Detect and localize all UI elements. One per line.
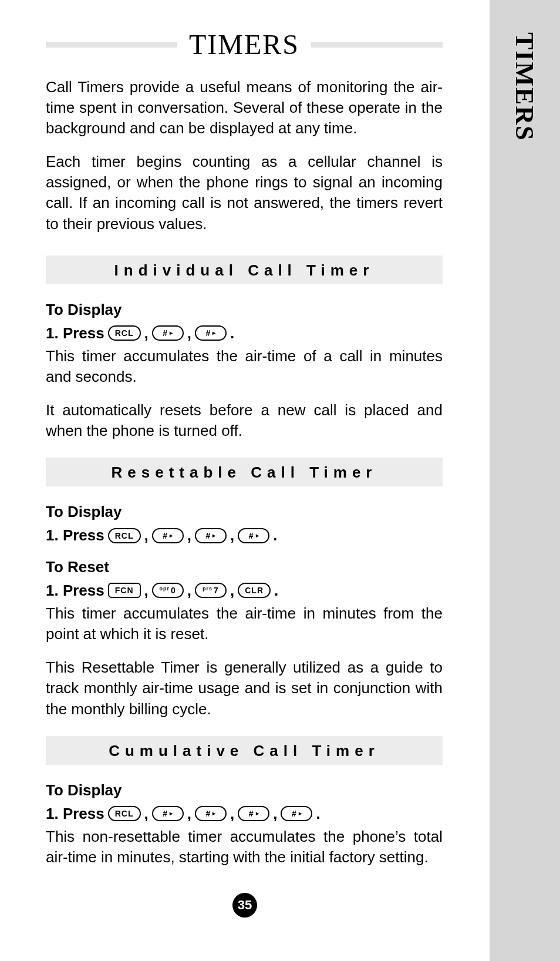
step-prefix: 1. Press: [46, 525, 104, 546]
step-prefix: 1. Press: [46, 803, 104, 824]
step-cumulative-display: 1. Press RCL, #▸, #▸, #▸, #▸.: [46, 803, 443, 824]
title-row: TIMERS: [46, 28, 443, 61]
sep: ,: [144, 322, 149, 344]
side-tab-label: TIMERS: [510, 32, 539, 142]
key-hash: #▸: [238, 528, 269, 543]
label-to-display-1: To Display: [46, 301, 443, 319]
page-number-badge: 35: [232, 893, 257, 918]
content-area: TIMERS Call Timers provide a useful mean…: [46, 28, 443, 881]
key-hash: #▸: [152, 806, 184, 821]
intro-para-1: Call Timers provide a useful means of mo…: [46, 77, 443, 139]
subhead-resettable: Resettable Call Timer: [46, 458, 443, 486]
step-prefix: 1. Press: [46, 580, 104, 601]
label-to-display-2: To Display: [46, 503, 443, 521]
key-hash: #▸: [195, 806, 227, 821]
key-hash: #▸: [152, 325, 184, 341]
key-rcl: RCL: [108, 528, 141, 543]
key-hash: #▸: [238, 806, 269, 821]
step-resettable-display: 1. Press RCL, #▸, #▸, #▸.: [46, 525, 443, 546]
step-individual-display: 1. Press RCL, #▸, #▸.: [46, 322, 443, 344]
step-prefix: 1. Press: [46, 322, 104, 344]
subhead-cumulative: Cumulative Call Timer: [46, 736, 443, 765]
key-fcn: FCN: [108, 583, 141, 598]
key-hash: #▸: [195, 528, 227, 543]
intro-para-2: Each timer begins counting as a cellular…: [46, 152, 443, 234]
resettable-desc-1: This timer accumulates the air-time in m…: [46, 603, 443, 644]
step-resettable-reset: 1. Press FCN, opr0, prs7, CLR.: [46, 580, 443, 601]
page-root: TIMERS TIMERS Call Timers provide a usef…: [0, 0, 560, 961]
key-zero: opr0: [152, 583, 184, 598]
key-hash: #▸: [281, 806, 312, 821]
key-hash: #▸: [152, 528, 184, 543]
cumulative-desc: This non-resettable timer accumulates th…: [46, 826, 443, 868]
label-to-reset: To Reset: [46, 558, 443, 576]
side-tab: TIMERS: [490, 0, 560, 961]
individual-desc-2: It automatically resets before a new cal…: [46, 400, 443, 441]
title-rule-left: [46, 42, 177, 48]
key-seven: prs7: [195, 583, 227, 598]
key-rcl: RCL: [108, 325, 141, 341]
key-clr: CLR: [238, 583, 271, 598]
title-rule-right: [311, 42, 443, 48]
resettable-desc-2: This Resettable Timer is generally utili…: [46, 657, 443, 719]
key-rcl: RCL: [108, 806, 141, 821]
period: .: [230, 322, 234, 344]
label-to-display-3: To Display: [46, 781, 443, 799]
sep: ,: [187, 322, 191, 344]
individual-desc-1: This timer accumulates the air-time of a…: [46, 346, 443, 387]
key-hash: #▸: [195, 325, 227, 341]
subhead-individual: Individual Call Timer: [46, 256, 443, 284]
page-title: TIMERS: [189, 28, 299, 61]
